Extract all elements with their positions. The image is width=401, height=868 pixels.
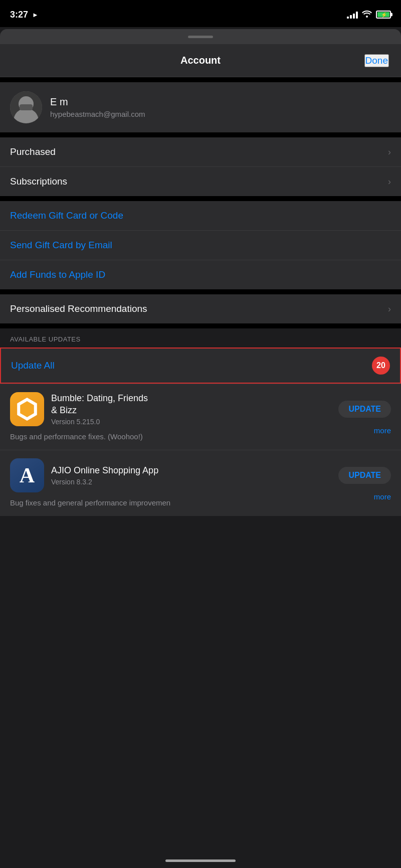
bumble-app-name: Bumble: Dating, Friends& Bizz: [51, 393, 331, 416]
personalised-section: Personalised Recommendations ›: [0, 294, 401, 323]
status-time: 3:27 ►: [10, 10, 39, 20]
available-updates-header: AVAILABLE UPDATES: [0, 328, 401, 348]
send-gift-card-item[interactable]: Send Gift Card by Email: [0, 231, 401, 260]
time-display: 3:27: [10, 10, 28, 20]
ajio-update-button[interactable]: UPDATE: [338, 467, 391, 484]
redeem-gift-card-label: Redeem Gift Card or Code: [10, 210, 123, 221]
section-divider-2: [0, 132, 401, 137]
ajio-app-item: A AJIO Online Shopping App Version 8.3.2…: [0, 450, 401, 516]
bumble-app-info: Bumble: Dating, Friends& Bizz Version 5.…: [51, 393, 331, 426]
drag-handle: [188, 36, 213, 38]
ajio-app-version: Version 8.3.2: [51, 478, 331, 486]
section-divider-3: [0, 196, 401, 201]
personalised-recommendations-item[interactable]: Personalised Recommendations ›: [0, 294, 401, 323]
avatar-body: [14, 108, 39, 123]
page-title: Account: [180, 55, 221, 66]
bumble-description-row: Bugs and performance fixes. (Woohoo!) mo…: [10, 426, 391, 442]
status-icons: ⚡: [347, 10, 391, 20]
purchased-chevron-icon: ›: [388, 147, 391, 157]
ajio-description: Bug fixes and general performance improv…: [10, 497, 170, 508]
home-indicator: [165, 859, 236, 862]
avatar-mask: [20, 104, 33, 110]
update-all-row[interactable]: Update All 20: [0, 348, 401, 384]
battery-icon: ⚡: [376, 11, 391, 19]
update-all-label: Update All: [11, 360, 55, 371]
purchased-item[interactable]: Purchased ›: [0, 137, 401, 167]
ajio-app-name: AJIO Online Shopping App: [51, 465, 331, 476]
bumble-app-version: Version 5.215.0: [51, 418, 331, 426]
bumble-description: Bugs and performance fixes. (Woohoo!): [10, 431, 143, 442]
section-divider-4: [0, 289, 401, 294]
signal-bars-icon: [347, 11, 358, 19]
subscriptions-label: Subscriptions: [10, 176, 67, 187]
subscriptions-chevron-icon: ›: [388, 177, 391, 187]
personalised-recommendations-label: Personalised Recommendations: [10, 303, 147, 314]
profile-section[interactable]: E m hypebeastmach@gmail.com: [0, 82, 401, 132]
blue-links-section: Redeem Gift Card or Code Send Gift Card …: [0, 201, 401, 289]
add-funds-item[interactable]: Add Funds to Apple ID: [0, 260, 401, 289]
bumble-app-item: Bumble: Dating, Friends& Bizz Version 5.…: [0, 384, 401, 450]
wifi-icon: [362, 10, 372, 20]
bumble-inner: [19, 401, 35, 417]
ajio-app-icon: A: [10, 458, 44, 492]
ajio-description-row: Bug fixes and general performance improv…: [10, 492, 391, 508]
bumble-hexagon: [16, 398, 39, 421]
section-divider-5: [0, 323, 401, 328]
send-gift-card-label: Send Gift Card by Email: [10, 240, 112, 251]
account-header: Account Done: [0, 44, 401, 77]
subscriptions-item[interactable]: Subscriptions ›: [0, 167, 401, 196]
profile-name: E m: [50, 96, 145, 108]
update-count-badge: 20: [372, 357, 390, 375]
avatar: [10, 91, 42, 123]
ajio-app-top: A AJIO Online Shopping App Version 8.3.2…: [10, 458, 391, 492]
ajio-more-link[interactable]: more: [374, 492, 391, 501]
personalised-chevron-icon: ›: [388, 304, 391, 314]
available-updates-label: AVAILABLE UPDATES: [10, 335, 81, 343]
done-button[interactable]: Done: [364, 54, 389, 67]
bumble-update-button[interactable]: UPDATE: [338, 401, 391, 418]
bumble-app-icon: [10, 392, 44, 426]
location-arrow-icon: ►: [32, 11, 39, 19]
drag-handle-area: [0, 29, 401, 44]
ajio-letter: A: [20, 463, 35, 487]
bumble-app-top: Bumble: Dating, Friends& Bizz Version 5.…: [10, 392, 391, 426]
redeem-gift-card-item[interactable]: Redeem Gift Card or Code: [0, 201, 401, 231]
ajio-app-info: AJIO Online Shopping App Version 8.3.2: [51, 465, 331, 486]
menu-section: Purchased › Subscriptions ›: [0, 137, 401, 196]
status-bar: 3:27 ► ⚡: [0, 0, 401, 27]
profile-email: hypebeastmach@gmail.com: [50, 110, 145, 118]
profile-info: E m hypebeastmach@gmail.com: [50, 96, 145, 118]
add-funds-label: Add Funds to Apple ID: [10, 269, 105, 280]
purchased-label: Purchased: [10, 146, 56, 157]
bumble-more-link[interactable]: more: [374, 426, 391, 435]
section-divider-1: [0, 77, 401, 82]
